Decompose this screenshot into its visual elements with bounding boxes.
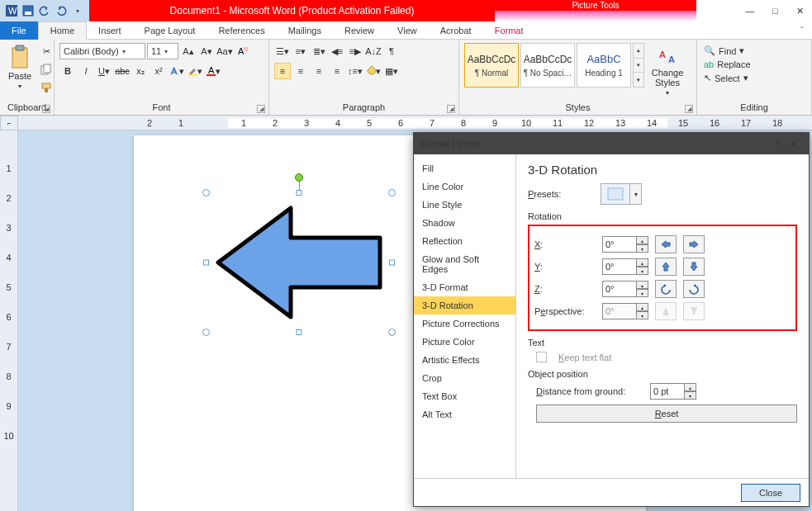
clipboard-dialog-launcher[interactable]: ◢ [42, 105, 50, 113]
maximize-button[interactable]: □ [772, 6, 778, 16]
font-family-dropdown[interactable]: Calibri (Body)▾ [59, 43, 145, 59]
y-rotate-down-button[interactable] [683, 258, 705, 276]
perspective-spinner[interactable]: ▴▾ [602, 303, 648, 319]
z-rotation-spinner[interactable]: ▴▾ [602, 281, 648, 297]
align-right-icon[interactable]: ≡ [311, 63, 327, 79]
cat-line-color[interactable]: Line Color [414, 177, 515, 196]
x-rotation-spinner[interactable]: ▴▾ [602, 236, 648, 253]
sort-icon[interactable]: A↓Z [365, 43, 382, 59]
line-spacing-icon[interactable]: ↕≡▾ [347, 63, 363, 79]
resize-handle[interactable] [202, 329, 210, 336]
cat-picture-color[interactable]: Picture Color [414, 333, 515, 351]
tab-page-layout[interactable]: Page Layout [133, 21, 207, 40]
copy-icon[interactable] [38, 61, 55, 78]
superscript-icon[interactable]: x² [150, 63, 167, 79]
tab-insert[interactable]: Insert [87, 21, 133, 40]
style-no-spacing[interactable]: AaBbCcDc¶ No Spaci… [520, 43, 575, 88]
style-normal[interactable]: AaBbCcDc¶ Normal [464, 43, 519, 88]
paste-button[interactable]: Paste ▾ [5, 43, 35, 92]
cat-artistic-effects[interactable]: Artistic Effects [414, 351, 515, 369]
tab-mailings[interactable]: Mailings [277, 21, 333, 40]
distance-spinner[interactable]: ▴▾ [650, 383, 696, 400]
style-heading-1[interactable]: AaBbCHeading 1 [577, 43, 631, 88]
cat-text-box[interactable]: Text Box [414, 387, 515, 405]
z-rotate-cw-button[interactable] [683, 280, 705, 298]
y-rotation-spinner[interactable]: ▴▾ [602, 258, 648, 275]
clear-formatting-icon[interactable]: A [235, 43, 251, 59]
cat-3d-rotation[interactable]: 3-D Rotation [414, 296, 515, 315]
collapse-ribbon-icon[interactable]: ˆ [792, 26, 812, 35]
replace-button[interactable]: abReplace [702, 59, 753, 70]
bold-icon[interactable]: B [59, 63, 76, 79]
cat-reflection[interactable]: Reflection [414, 232, 515, 250]
ruler-corner[interactable]: ⌐ [0, 116, 18, 130]
tab-review[interactable]: Review [333, 21, 386, 40]
minimize-button[interactable]: — [745, 6, 754, 16]
cat-fill[interactable]: Fill [414, 159, 515, 177]
save-icon[interactable] [21, 4, 35, 17]
grow-font-icon[interactable]: A▴ [180, 43, 197, 59]
horizontal-ruler[interactable]: 2 1 1 2 3 4 5 6 7 8 9 10 11 12 13 14 15 … [18, 116, 812, 130]
borders-icon[interactable]: ▦▾ [383, 63, 400, 79]
cat-3d-format[interactable]: 3-D Format [414, 278, 515, 296]
reset-button[interactable]: Reset [536, 405, 797, 423]
font-dialog-launcher[interactable]: ◢ [257, 105, 265, 113]
close-button[interactable]: Close [741, 484, 800, 502]
vertical-ruler[interactable]: 1 2 3 4 5 6 7 8 9 10 [0, 130, 18, 511]
dialog-titlebar[interactable]: Format Picture ? ✕ [414, 133, 809, 154]
resize-handle[interactable] [297, 329, 302, 335]
decrease-indent-icon[interactable]: ◀≡ [329, 43, 345, 59]
file-tab[interactable]: File [0, 21, 38, 40]
format-painter-icon[interactable] [38, 79, 55, 96]
cat-line-style[interactable]: Line Style [414, 196, 515, 214]
shrink-font-icon[interactable]: A▾ [198, 43, 215, 59]
close-window-button[interactable]: ✕ [796, 6, 804, 17]
bullets-icon[interactable]: ☰▾ [274, 43, 291, 59]
strikethrough-icon[interactable]: abc [114, 63, 131, 79]
align-center-icon[interactable]: ≡ [292, 63, 309, 79]
x-rotate-left-button[interactable] [655, 235, 677, 253]
resize-handle[interactable] [202, 189, 210, 196]
cat-glow[interactable]: Glow and Soft Edges [414, 250, 515, 278]
styles-dialog-launcher[interactable]: ◢ [685, 105, 693, 113]
cat-alt-text[interactable]: Alt Text [414, 405, 515, 423]
undo-icon[interactable] [38, 4, 51, 17]
font-color-icon[interactable]: A▾ [205, 63, 221, 79]
increase-indent-icon[interactable]: ≡▶ [347, 43, 363, 59]
subscript-icon[interactable]: x₂ [132, 63, 149, 79]
cut-icon[interactable]: ✂ [38, 43, 55, 59]
font-size-dropdown[interactable]: 11▾ [147, 43, 178, 59]
numbering-icon[interactable]: ≡▾ [292, 43, 309, 59]
tab-view[interactable]: View [386, 21, 429, 40]
justify-icon[interactable]: ≡ [329, 63, 345, 79]
resize-handle[interactable] [389, 260, 395, 266]
qat-dropdown-icon[interactable]: ▾ [71, 4, 84, 17]
underline-icon[interactable]: U▾ [96, 63, 112, 79]
change-styles-button[interactable]: AA Change Styles ▾ [646, 43, 689, 98]
arrow-shape[interactable] [211, 198, 387, 327]
cat-crop[interactable]: Crop [414, 369, 515, 387]
presets-preview[interactable] [601, 183, 630, 205]
resize-handle[interactable] [388, 189, 396, 196]
tab-acrobat[interactable]: Acrobat [429, 21, 483, 40]
resize-handle[interactable] [388, 329, 396, 336]
x-rotate-right-button[interactable] [683, 235, 705, 253]
select-button[interactable]: ↖Select ▾ [702, 72, 753, 84]
cat-shadow[interactable]: Shadow [414, 214, 515, 232]
change-case-icon[interactable]: Aa▾ [216, 43, 233, 59]
dialog-close-x[interactable]: ✕ [785, 139, 802, 149]
paragraph-dialog-launcher[interactable]: ◢ [447, 105, 455, 113]
y-rotate-up-button[interactable] [655, 258, 677, 276]
cat-picture-corrections[interactable]: Picture Corrections [414, 315, 515, 333]
find-button[interactable]: 🔍Find ▾ [702, 45, 753, 57]
tab-references[interactable]: References [207, 21, 276, 40]
resize-handle[interactable] [297, 190, 302, 196]
shading-icon[interactable]: ▾ [365, 63, 382, 79]
tab-format[interactable]: Format [483, 21, 535, 40]
align-left-icon[interactable]: ≡ [274, 63, 291, 79]
redo-icon[interactable] [55, 4, 68, 17]
resize-handle[interactable] [203, 260, 209, 266]
tab-home[interactable]: Home [38, 21, 87, 40]
paste-dropdown-icon[interactable]: ▾ [18, 83, 21, 90]
presets-dropdown[interactable]: ▾ [630, 183, 642, 205]
